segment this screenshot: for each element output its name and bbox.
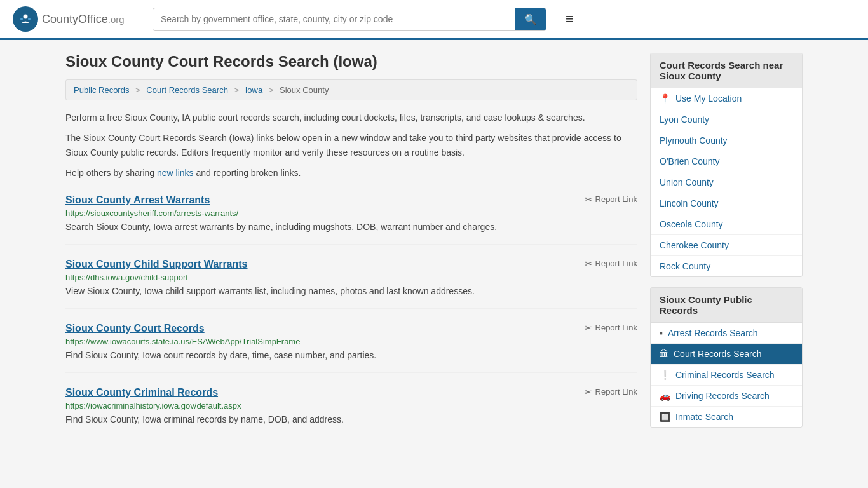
arrest-icon: ▪ (660, 328, 663, 338)
result-desc: View Sioux County, Iowa child support wa… (65, 285, 637, 298)
court-records-link[interactable]: Court Records Search (674, 349, 762, 359)
nearby-county-item[interactable]: Union County (651, 172, 802, 193)
nearby-county-item[interactable]: Osceola County (651, 214, 802, 235)
report-link[interactable]: ✂ Report Link (585, 387, 637, 397)
result-url[interactable]: https://siouxcountysheriff.com/arrests-w… (65, 208, 637, 218)
breadcrumb: Public Records > Court Records Search > … (65, 79, 637, 100)
intro-paragraph-2: The Sioux County Court Records Search (I… (65, 131, 637, 159)
breadcrumb-iowa[interactable]: Iowa (245, 85, 262, 95)
svg-point-2 (20, 18, 23, 20)
search-bar[interactable]: 🔍 (153, 8, 546, 31)
public-records-section: Sioux County Public Records ▪ Arrest Rec… (650, 287, 803, 428)
breadcrumb-court-records-search[interactable]: Court Records Search (146, 85, 228, 95)
result-item: Sioux County Court Records ✂ Report Link… (65, 323, 637, 373)
driving-icon: 🚗 (660, 391, 670, 401)
report-icon: ✂ (585, 323, 592, 333)
public-records-driving[interactable]: 🚗 Driving Records Search (651, 386, 802, 407)
public-records-arrest[interactable]: ▪ Arrest Records Search (651, 323, 802, 344)
nearby-county-item[interactable]: Lyon County (651, 109, 802, 130)
breadcrumb-public-records[interactable]: Public Records (74, 85, 129, 95)
nearby-county-item[interactable]: Plymouth County (651, 130, 802, 151)
result-title[interactable]: Sioux County Court Records (65, 323, 205, 334)
result-desc: Find Sioux County, Iowa criminal records… (65, 413, 637, 426)
driving-records-link[interactable]: Driving Records Search (675, 391, 770, 401)
use-my-location-link[interactable]: Use My Location (675, 93, 742, 104)
logo-area: CountyOffice.org (13, 6, 140, 32)
logo-text: CountyOffice.org (42, 13, 125, 26)
result-item: Sioux County Arrest Warrants ✂ Report Li… (65, 194, 637, 245)
svg-point-3 (28, 18, 31, 20)
nearby-county-link[interactable]: Lyon County (660, 114, 709, 125)
report-link[interactable]: ✂ Report Link (585, 259, 637, 269)
sidebar: Court Records Search near Sioux County 📍… (650, 53, 803, 438)
breadcrumb-sioux-county: Sioux County (280, 85, 329, 95)
svg-point-1 (24, 15, 28, 19)
svg-point-0 (18, 11, 33, 27)
criminal-icon: ❕ (660, 370, 670, 380)
report-link[interactable]: ✂ Report Link (585, 194, 637, 205)
nearby-section: Court Records Search near Sioux County 📍… (650, 53, 803, 277)
nearby-county-link[interactable]: Cherokee County (660, 240, 729, 250)
result-desc: Find Sioux County, Iowa court records by… (65, 349, 637, 362)
result-url[interactable]: https://www.iowacourts.state.ia.us/ESAWe… (65, 337, 637, 346)
new-links-link[interactable]: new links (157, 168, 194, 178)
result-title[interactable]: Sioux County Criminal Records (65, 387, 218, 398)
page-title: Sioux County Court Records Search (Iowa) (65, 53, 637, 71)
report-link[interactable]: ✂ Report Link (585, 323, 637, 333)
result-url[interactable]: https://iowacriminalhistory.iowa.gov/def… (65, 401, 637, 410)
nearby-section-header: Court Records Search near Sioux County (651, 53, 802, 88)
search-button[interactable]: 🔍 (515, 8, 546, 30)
result-item: Sioux County Criminal Records ✂ Report L… (65, 387, 637, 437)
report-icon: ✂ (585, 387, 592, 397)
result-url[interactable]: https://dhs.iowa.gov/child-support (65, 273, 637, 282)
public-records-inmate[interactable]: 🔲 Inmate Search (651, 407, 802, 427)
arrest-records-link[interactable]: Arrest Records Search (668, 328, 758, 338)
nearby-county-link[interactable]: Osceola County (660, 219, 723, 229)
intro-paragraph-3: Help others by sharing new links and rep… (65, 166, 637, 180)
nearby-county-link[interactable]: Lincoln County (660, 198, 719, 208)
nearby-county-link[interactable]: Rock County (660, 261, 710, 271)
use-my-location-item[interactable]: 📍 Use My Location (651, 88, 802, 109)
result-desc: Search Sioux County, Iowa arrest warrant… (65, 220, 637, 234)
criminal-records-link[interactable]: Criminal Records Search (675, 370, 775, 380)
nearby-county-item[interactable]: Cherokee County (651, 235, 802, 256)
result-title[interactable]: Sioux County Child Support Warrants (65, 259, 248, 270)
public-records-criminal[interactable]: ❕ Criminal Records Search (651, 365, 802, 386)
intro-paragraph-1: Perform a free Sioux County, IA public c… (65, 111, 637, 125)
public-records-header: Sioux County Public Records (651, 288, 802, 323)
location-icon: 📍 (660, 93, 670, 104)
search-input[interactable] (153, 9, 515, 29)
content-area: Sioux County Court Records Search (Iowa)… (65, 53, 637, 438)
nearby-county-item[interactable]: Rock County (651, 256, 802, 276)
nearby-county-link[interactable]: Plymouth County (660, 135, 728, 146)
result-item: Sioux County Child Support Warrants ✂ Re… (65, 259, 637, 309)
result-title[interactable]: Sioux County Arrest Warrants (65, 194, 210, 206)
logo-icon (13, 6, 38, 32)
court-icon: 🏛 (660, 349, 668, 359)
nearby-county-link[interactable]: Union County (660, 177, 714, 187)
nearby-county-link[interactable]: O'Brien County (660, 156, 720, 166)
main-container: Sioux County Court Records Search (Iowa)… (53, 40, 815, 451)
inmate-icon: 🔲 (660, 412, 670, 422)
inmate-search-link[interactable]: Inmate Search (675, 412, 733, 422)
report-icon: ✂ (585, 194, 592, 205)
nearby-county-item[interactable]: O'Brien County (651, 151, 802, 172)
hamburger-menu-icon[interactable]: ≡ (566, 11, 574, 27)
report-icon: ✂ (585, 259, 592, 269)
nearby-county-item[interactable]: Lincoln County (651, 193, 802, 214)
public-records-court[interactable]: 🏛 Court Records Search (651, 344, 802, 365)
header: CountyOffice.org 🔍 ≡ (0, 0, 868, 40)
